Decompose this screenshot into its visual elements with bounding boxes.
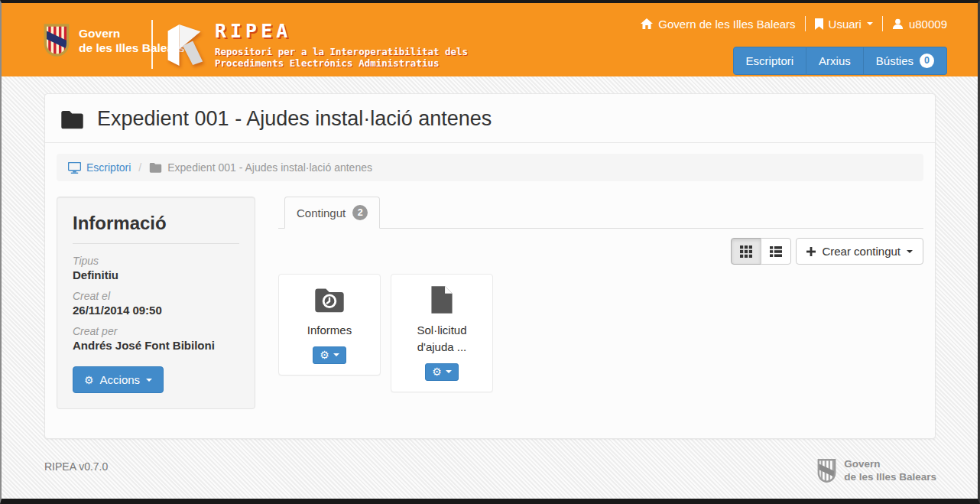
caret-down-icon bbox=[333, 353, 339, 356]
breadcrumb-link-escriptori[interactable]: Escriptori bbox=[68, 161, 131, 174]
field-value-creat-per: Andrés José Font Bibiloni bbox=[73, 339, 239, 352]
list-icon bbox=[770, 245, 782, 258]
content-column: Contingut 2 bbox=[278, 197, 923, 392]
nav-button-escriptori[interactable]: Escriptori bbox=[733, 47, 807, 75]
breadcrumb: Escriptori / Expedient 001 - Ajudes inst… bbox=[57, 154, 923, 181]
content-columns: Informació Tipus Definitiu Creat el 26/1… bbox=[45, 192, 935, 438]
field-value-tipus: Definitiu bbox=[73, 268, 239, 281]
folder-clock-icon bbox=[285, 285, 374, 315]
info-panel: Informació Tipus Definitiu Creat el 26/1… bbox=[57, 197, 255, 409]
top-links-divider bbox=[882, 16, 883, 31]
caret-down-icon bbox=[867, 22, 873, 25]
app-header: Govern de les Illes Balears RIPEA Reposi… bbox=[2, 3, 978, 76]
user-icon bbox=[892, 18, 904, 30]
field-label-creat-per: Creat per bbox=[73, 325, 239, 337]
info-divider bbox=[73, 243, 239, 244]
field-value-creat-el: 26/11/2014 09:50 bbox=[73, 304, 239, 317]
folder-icon bbox=[149, 162, 162, 173]
page-title: Expedient 001 - Ajudes instal·lació ante… bbox=[97, 107, 492, 131]
desktop-icon bbox=[68, 162, 81, 174]
footer-govern-shield-logo bbox=[816, 458, 837, 483]
item-actions-button[interactable]: ⚙ bbox=[313, 346, 346, 364]
plus-icon bbox=[806, 247, 816, 256]
ripea-logo-text: RIPEA Repositori per a la Interoperatibi… bbox=[215, 21, 468, 69]
field-label-tipus: Tipus bbox=[73, 255, 239, 267]
ripea-subtitle: Repositori per a la Interoperatibilitat … bbox=[215, 46, 468, 69]
tab-bar: Contingut 2 bbox=[278, 197, 923, 229]
content-toolbar: Crear contingut bbox=[278, 238, 923, 265]
top-link-usuari[interactable]: Usuari bbox=[815, 18, 873, 31]
grid-view-button[interactable] bbox=[731, 238, 761, 265]
view-toggle-group bbox=[731, 238, 791, 265]
ripea-r-icon bbox=[164, 21, 205, 69]
folder-icon bbox=[60, 109, 84, 129]
content-item-sollicitud[interactable]: Sol·licitud d'ajuda ... ⚙ bbox=[391, 274, 493, 392]
bookmark-icon bbox=[815, 18, 823, 30]
top-link-govern[interactable]: Govern de les Illes Balears bbox=[641, 18, 795, 31]
ripea-title: RIPEA bbox=[215, 21, 468, 41]
breadcrumb-separator: / bbox=[138, 161, 141, 174]
header-top-links: Govern de les Illes Balears Usuari u8000… bbox=[641, 16, 947, 31]
app-version: RIPEA v0.7.0 bbox=[44, 457, 108, 473]
content-item-label: Informes bbox=[285, 322, 374, 339]
top-links-divider bbox=[805, 16, 806, 31]
nav-button-busties[interactable]: Bústies 0 bbox=[864, 47, 947, 75]
caret-down-icon bbox=[907, 250, 913, 253]
ripea-logo-block: RIPEA Repositori per a la Interoperatibi… bbox=[164, 21, 468, 69]
grid-icon bbox=[740, 245, 752, 258]
breadcrumb-current: Expedient 001 - Ajudes instal·lació ante… bbox=[149, 161, 372, 174]
app-footer: RIPEA v0.7.0 Govern de les Illes Balears bbox=[44, 457, 936, 483]
gear-icon: ⚙ bbox=[84, 375, 94, 385]
content-item-label: Sol·licitud d'ajuda ... bbox=[398, 322, 486, 356]
item-actions-button[interactable]: ⚙ bbox=[425, 363, 459, 381]
contingut-count-badge: 2 bbox=[352, 205, 368, 220]
accions-button[interactable]: ⚙ Accions bbox=[73, 366, 164, 393]
info-panel-title: Informació bbox=[73, 213, 239, 234]
header-divider bbox=[151, 20, 153, 69]
caret-down-icon bbox=[146, 379, 152, 382]
page-title-bar: Expedient 001 - Ajudes instal·lació ante… bbox=[45, 94, 935, 143]
footer-govern-brand: Govern de les Illes Balears bbox=[816, 457, 936, 483]
nav-button-arxius[interactable]: Arxius bbox=[806, 47, 864, 75]
gear-icon: ⚙ bbox=[432, 366, 442, 377]
browser-viewport: Govern de les Illes Balears RIPEA Reposi… bbox=[0, 0, 980, 504]
main-panel: Expedient 001 - Ajudes instal·lació ante… bbox=[44, 93, 936, 439]
busties-count-badge: 0 bbox=[920, 54, 934, 68]
list-view-button[interactable] bbox=[761, 238, 791, 265]
gear-icon: ⚙ bbox=[320, 350, 329, 360]
caret-down-icon bbox=[446, 370, 452, 373]
main-nav: Escriptori Arxius Bústies 0 bbox=[733, 47, 947, 75]
tab-contingut[interactable]: Contingut 2 bbox=[284, 197, 380, 229]
footer-brand-text: Govern de les Illes Balears bbox=[844, 457, 936, 483]
govern-shield-logo bbox=[42, 23, 71, 57]
home-icon bbox=[641, 18, 653, 29]
content-items: Informes ⚙ Sol·licit bbox=[278, 274, 923, 392]
document-icon bbox=[398, 285, 486, 315]
top-link-user-id[interactable]: u80009 bbox=[892, 18, 947, 31]
content-item-informes[interactable]: Informes ⚙ bbox=[278, 274, 381, 376]
field-label-creat-el: Creat el bbox=[73, 290, 239, 302]
crear-contingut-button[interactable]: Crear contingut bbox=[796, 238, 923, 265]
